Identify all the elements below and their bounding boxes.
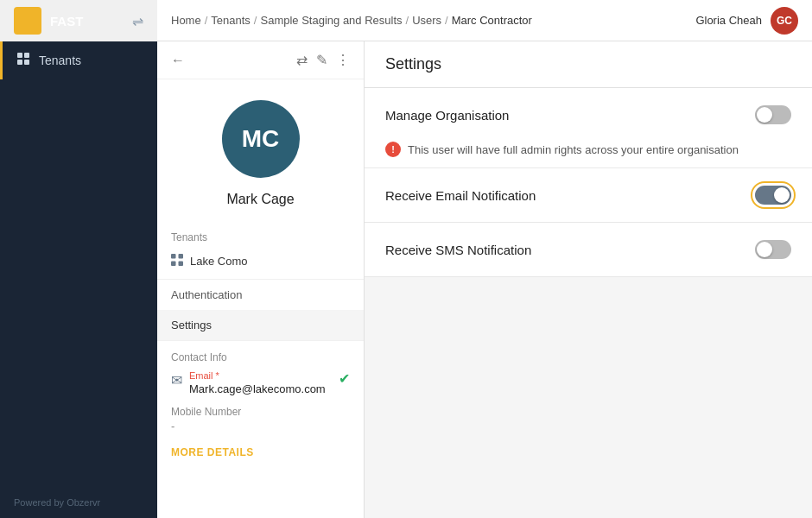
contact-email-row: ✉ Email * Mark.cage@lakecomo.com ✔ bbox=[171, 370, 350, 395]
left-panel: ← ⇄ ✎ ⋮ MC Mark Cage Tenants bbox=[157, 41, 365, 518]
tenant-name: Lake Como bbox=[190, 255, 247, 268]
mobile-value: - bbox=[171, 420, 350, 433]
swap-icon[interactable]: ⇌ bbox=[132, 13, 143, 29]
breadcrumb-current: Marc Contractor bbox=[452, 14, 532, 27]
more-icon[interactable]: ⋮ bbox=[336, 52, 350, 68]
manage-org-warning: ! This user will have full admin rights … bbox=[365, 142, 812, 167]
content-area: ← ⇄ ✎ ⋮ MC Mark Cage Tenants bbox=[157, 41, 812, 518]
manage-org-label: Manage Organisation bbox=[385, 108, 509, 123]
profile-name: Mark Cage bbox=[226, 192, 294, 207]
svg-rect-5 bbox=[179, 254, 184, 259]
tenant-icon bbox=[171, 254, 183, 268]
edit-icon[interactable]: ✎ bbox=[316, 52, 327, 68]
mobile-row: Mobile Number - bbox=[171, 406, 350, 433]
nav-settings[interactable]: Settings bbox=[157, 310, 364, 340]
breadcrumb-bar: Home / Tenants / Sample Staging and Resu… bbox=[157, 0, 682, 41]
tenants-section-label: Tenants bbox=[157, 221, 364, 247]
breadcrumb-home[interactable]: Home bbox=[171, 14, 201, 27]
contact-section: Contact Info ✉ Email * Mark.cage@lakecom… bbox=[157, 340, 364, 469]
user-area: Gloria Cheah GC bbox=[682, 0, 812, 41]
contact-label: Contact Info bbox=[171, 351, 350, 363]
svg-rect-7 bbox=[179, 262, 184, 267]
sidebar-item-tenants[interactable]: Tenants bbox=[0, 41, 157, 79]
email-notification-label: Receive Email Notification bbox=[385, 188, 536, 203]
sms-notification-label: Receive SMS Notification bbox=[385, 243, 531, 257]
email-verified-icon: ✔ bbox=[339, 370, 350, 387]
user-avatar[interactable]: GC bbox=[771, 7, 798, 35]
sms-notification-track bbox=[755, 240, 791, 259]
sms-notification-toggle[interactable] bbox=[755, 240, 791, 259]
email-label: Email * bbox=[189, 370, 332, 381]
mobile-label: Mobile Number bbox=[171, 406, 350, 418]
manage-org-section: Manage Organisation ! This user will hav… bbox=[365, 88, 812, 168]
email-notification-section: Receive Email Notification bbox=[365, 168, 812, 223]
manage-org-row: Manage Organisation bbox=[365, 88, 812, 142]
email-icon: ✉ bbox=[171, 372, 182, 388]
manage-org-track bbox=[755, 105, 791, 124]
email-notification-row: Receive Email Notification bbox=[365, 168, 812, 222]
nav-authentication[interactable]: Authentication bbox=[157, 280, 364, 310]
breadcrumb: Home / Tenants / Sample Staging and Resu… bbox=[171, 14, 532, 27]
more-details-link[interactable]: MORE DETAILS bbox=[171, 443, 350, 458]
breadcrumb-sample-staging[interactable]: Sample Staging and Results bbox=[260, 14, 402, 27]
profile-avatar: MC bbox=[222, 100, 300, 178]
sms-notification-section: Receive SMS Notification bbox=[365, 223, 812, 277]
svg-rect-6 bbox=[171, 262, 176, 267]
email-notification-track bbox=[755, 186, 791, 205]
svg-rect-2 bbox=[17, 60, 22, 65]
manage-org-toggle[interactable] bbox=[755, 105, 791, 124]
logo-area: FAST ⇌ bbox=[0, 0, 157, 41]
email-notification-thumb bbox=[774, 187, 790, 203]
app-name: FAST bbox=[50, 14, 83, 28]
warning-icon: ! bbox=[385, 142, 401, 157]
svg-rect-0 bbox=[17, 53, 22, 58]
user-name: Gloria Cheah bbox=[695, 14, 762, 27]
nav-section: Authentication Settings bbox=[157, 279, 364, 340]
svg-rect-1 bbox=[24, 53, 29, 58]
manage-org-warning-text: This user will have full admin rights ac… bbox=[408, 143, 739, 156]
sms-notification-thumb bbox=[757, 242, 772, 257]
profile-section: MC Mark Cage bbox=[157, 79, 364, 221]
back-icon[interactable]: ← bbox=[171, 53, 185, 68]
swap-user-icon[interactable]: ⇄ bbox=[296, 52, 308, 68]
svg-rect-4 bbox=[171, 254, 176, 259]
contact-info: Email * Mark.cage@lakecomo.com bbox=[189, 370, 332, 395]
email-value: Mark.cage@lakecomo.com bbox=[189, 382, 332, 395]
right-panel: Settings Manage Organisation ! This user… bbox=[365, 41, 812, 518]
settings-title: Settings bbox=[365, 41, 812, 88]
breadcrumb-users[interactable]: Users bbox=[412, 14, 441, 27]
tenants-icon bbox=[16, 52, 30, 69]
sidebar-item-label: Tenants bbox=[39, 54, 81, 67]
breadcrumb-tenants[interactable]: Tenants bbox=[211, 14, 251, 27]
tenant-item[interactable]: Lake Como bbox=[157, 247, 364, 275]
email-notification-toggle[interactable] bbox=[755, 186, 791, 205]
left-panel-header: ← ⇄ ✎ ⋮ bbox=[157, 41, 364, 79]
header-icons: ⇄ ✎ ⋮ bbox=[296, 52, 350, 68]
logo-box bbox=[14, 7, 41, 35]
sms-notification-row: Receive SMS Notification bbox=[365, 223, 812, 276]
sidebar: Tenants Powered by Obzervr bbox=[0, 41, 157, 518]
svg-rect-3 bbox=[24, 60, 29, 65]
manage-org-thumb bbox=[757, 107, 772, 123]
sidebar-footer: Powered by Obzervr bbox=[0, 487, 157, 518]
